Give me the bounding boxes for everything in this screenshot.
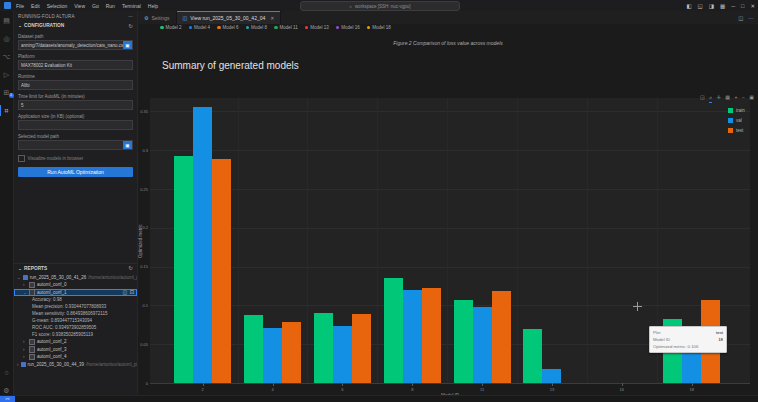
folder-picker-button[interactable]: ▣ xyxy=(123,41,132,49)
field-input-3[interactable]: 5 xyxy=(18,100,133,110)
zoom-out-icon[interactable]: − xyxy=(742,94,745,103)
activity-item-run-debug[interactable]: ▷ xyxy=(0,69,14,80)
tree-row-conf[interactable]: ›automl_conf_0 xyxy=(14,281,137,289)
tab-settings[interactable]: ⚙Settings xyxy=(138,11,177,24)
zoom-in-icon[interactable]: + xyxy=(734,94,737,103)
command-center-search[interactable]: ⌕ workspace [SSH: nuc-vgpu] xyxy=(300,1,460,11)
activity-item-source-control[interactable]: ⌥ xyxy=(0,51,14,62)
bar-train[interactable] xyxy=(523,329,542,383)
toggle-secondary-sidebar-icon[interactable]: ◨ xyxy=(709,3,714,9)
more-icon[interactable]: ⋯ xyxy=(128,14,133,19)
legend-item-train[interactable]: train xyxy=(728,108,745,113)
menu-selection[interactable]: Selection xyxy=(47,3,68,9)
tab-view[interactable]: ◫View run_2025_05_30_00_42_04✕ xyxy=(177,11,282,24)
model-legend-item[interactable]: Model 11 xyxy=(274,25,298,30)
tree-row-run[interactable]: ⌄run_2025_05_30_00_41_26/home/antoniov/a… xyxy=(14,274,137,282)
menu-run[interactable]: Run xyxy=(106,3,115,9)
legend-item-val[interactable]: val xyxy=(728,118,745,123)
bar-test[interactable] xyxy=(492,291,511,383)
chevron-down-icon: ⌄ xyxy=(18,266,22,271)
x-tick-label: 6 xyxy=(334,387,350,392)
model-legend-item[interactable]: Model 13 xyxy=(305,25,329,30)
menu-help[interactable]: Help xyxy=(148,3,158,9)
close-icon[interactable]: ✕ xyxy=(750,3,755,9)
menu-view[interactable]: View xyxy=(74,3,85,9)
open-report-icon[interactable]: ◫ xyxy=(123,289,128,295)
activity-item-accounts[interactable]: ○ xyxy=(0,367,14,378)
close-icon[interactable]: ✕ xyxy=(270,15,274,21)
model-legend-item[interactable]: Model 16 xyxy=(336,25,360,30)
field-input-5[interactable]: ▣ xyxy=(18,140,133,150)
search-label: workspace [SSH: nuc-vgpu] xyxy=(355,4,411,9)
bar-train[interactable] xyxy=(384,278,403,383)
color-dot-icon xyxy=(160,26,164,30)
field-input-2[interactable]: Alibi xyxy=(18,80,133,90)
export-icon[interactable]: ⊡ xyxy=(130,289,134,295)
model-legend-item[interactable]: Model 18 xyxy=(367,25,391,30)
bar-train[interactable] xyxy=(314,313,333,383)
pan-icon[interactable]: ✛ xyxy=(717,94,721,103)
chart-modebar: ◲⌕✛▦+−▣⌂ xyxy=(700,94,758,103)
metric-row: F1 score: 0.938350285905119 xyxy=(14,331,137,338)
visualize-models-checkbox[interactable]: Visualize models in browser xyxy=(18,155,133,162)
bar-test[interactable] xyxy=(352,314,371,383)
bar-train[interactable] xyxy=(174,156,193,383)
tree-row-run[interactable]: ›run_2025_05_30_00_44_39/home/antoniov/a… xyxy=(14,361,137,369)
model-legend-label: Model 8 xyxy=(251,25,267,30)
tree-row-conf[interactable]: ›automl_conf_4 xyxy=(14,353,137,361)
bar-train[interactable] xyxy=(454,300,473,383)
bar-val[interactable] xyxy=(682,353,701,383)
run-automl-button[interactable]: Run AutoML Optimization xyxy=(18,167,133,177)
model-legend-item[interactable]: Model 8 xyxy=(246,25,268,30)
reports-section-header[interactable]: ⌄ REPORTS ↻ xyxy=(14,263,137,273)
toggle-panel-icon[interactable]: ◱ xyxy=(698,3,703,9)
activity-item-search[interactable]: ◎ xyxy=(0,33,14,44)
box-select-icon[interactable]: ▦ xyxy=(725,94,730,103)
model-legend-item[interactable]: Model 6 xyxy=(217,25,239,30)
menu-file[interactable]: File xyxy=(16,3,24,9)
sidebar-title: RUNNING-FOLD ALTURA xyxy=(18,14,75,19)
menu-edit[interactable]: Edit xyxy=(31,3,40,9)
activity-item-automl-tool[interactable]: ⌗ xyxy=(0,105,14,116)
bar-val[interactable] xyxy=(403,290,422,383)
model-legend-item[interactable]: Model 4 xyxy=(189,25,211,30)
bar-val[interactable] xyxy=(542,369,561,383)
refresh-icon[interactable]: ↻ xyxy=(128,23,133,29)
camera-icon[interactable]: ◲ xyxy=(700,94,705,103)
split-editor-icon[interactable]: ◫ xyxy=(738,15,743,21)
bar-test[interactable] xyxy=(212,159,231,383)
autoscale-icon[interactable]: ▣ xyxy=(749,94,754,103)
minimize-icon[interactable]: ─ xyxy=(731,3,735,9)
field-input-4[interactable] xyxy=(18,120,133,130)
folder-picker-button[interactable]: ▣ xyxy=(123,141,132,149)
vscode-window: FileEditSelectionViewGoRunTerminalHelp ⌕… xyxy=(0,0,758,402)
bar-val[interactable] xyxy=(333,326,352,383)
maximize-icon[interactable]: □ xyxy=(741,3,744,9)
bar-test[interactable] xyxy=(422,288,441,383)
menu-terminal[interactable]: Terminal xyxy=(122,3,141,9)
model-legend-item[interactable]: Model 2 xyxy=(160,25,182,30)
refresh-icon[interactable]: ↻ xyxy=(128,265,133,271)
bar-val[interactable] xyxy=(263,328,282,383)
x-tick-mark xyxy=(273,383,274,386)
field-input-0[interactable]: anning/7/datasets/anomaly_detection/cats… xyxy=(18,40,133,50)
configuration-section-header[interactable]: ⌄ CONFIGURATION ↻ xyxy=(14,21,137,30)
field-input-1[interactable]: MAX78002 Evaluation Kit xyxy=(18,60,133,70)
bar-test[interactable] xyxy=(282,322,301,383)
toggle-sidebar-icon[interactable]: ◧ xyxy=(686,3,691,9)
activity-item-extensions[interactable]: ⊞1 xyxy=(0,87,14,98)
activity-item-explorer[interactable]: ▤ xyxy=(0,15,14,26)
more-actions-icon[interactable]: ⋯ xyxy=(749,15,755,21)
conf-label: automl_conf_0 xyxy=(37,282,67,287)
tree-row-conf[interactable]: ›automl_conf_3 xyxy=(14,346,137,354)
bar-val[interactable] xyxy=(473,307,492,383)
remote-indicator[interactable]: >< xyxy=(0,396,15,402)
bar-train[interactable] xyxy=(244,315,263,383)
menu-go[interactable]: Go xyxy=(92,3,99,9)
customize-layout-icon[interactable]: ▦ xyxy=(720,3,725,9)
legend-item-test[interactable]: test xyxy=(728,128,745,133)
zoom-icon[interactable]: ⌕ xyxy=(709,94,712,103)
bar-val[interactable] xyxy=(193,107,212,383)
tree-row-conf[interactable]: ⌄automl_conf_1◫⊡ xyxy=(14,289,137,297)
tree-row-conf[interactable]: ›automl_conf_2 xyxy=(14,338,137,346)
